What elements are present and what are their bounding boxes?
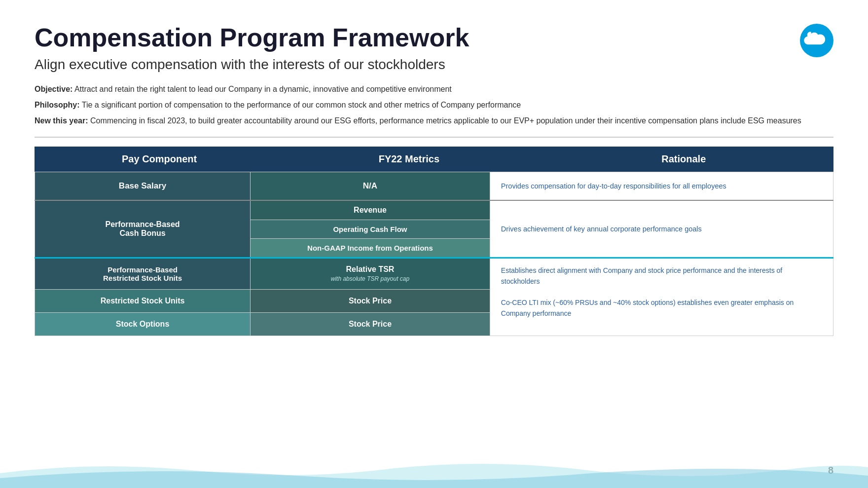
header-section: Compensation Program Framework Align exe… bbox=[35, 24, 833, 127]
bottom-decoration bbox=[0, 458, 868, 488]
table-body: Base Salary N/A Provides compensation fo… bbox=[35, 172, 833, 336]
philosophy-text: Tie a significant portion of compensatio… bbox=[80, 101, 521, 109]
page-container: Compensation Program Framework Align exe… bbox=[0, 0, 868, 488]
col-header-rationale: Rationale bbox=[534, 147, 834, 172]
philosophy-paragraph: Philosophy: Tie a significant portion of… bbox=[35, 99, 833, 111]
pay-prsu: Performance-BasedRestricted Stock Units bbox=[35, 258, 251, 290]
rationale-lti: Establishes direct alignment with Compan… bbox=[490, 258, 833, 336]
pay-base-salary: Base Salary bbox=[35, 172, 251, 201]
rationale-base-salary: Provides compensation for day-to-day res… bbox=[490, 172, 833, 201]
tsr-subtitle: with absolute TSR payout cap bbox=[331, 275, 409, 282]
section-divider bbox=[35, 137, 833, 138]
new-year-text: Commencing in fiscal 2023, to build grea… bbox=[88, 116, 801, 125]
row-base-salary: Base Salary N/A Provides compensation fo… bbox=[35, 172, 833, 201]
objective-text: Attract and retain the right talent to l… bbox=[72, 85, 451, 93]
compensation-table: Pay Component FY22 Metrics Rationale Bas… bbox=[35, 147, 833, 336]
col-header-metrics: FY22 Metrics bbox=[284, 147, 534, 172]
row-prsu: Performance-BasedRestricted Stock Units … bbox=[35, 258, 833, 290]
metric-na: N/A bbox=[251, 172, 490, 201]
metric-relative-tsr: Relative TSRwith absolute TSR payout cap bbox=[251, 258, 490, 290]
col-header-pay: Pay Component bbox=[35, 147, 284, 172]
salesforce-logo bbox=[800, 24, 833, 57]
page-subtitle: Align executive compensation with the in… bbox=[35, 57, 833, 73]
row-cash-bonus: Performance-BasedCash Bonus Revenue Driv… bbox=[35, 200, 833, 220]
page-title: Compensation Program Framework bbox=[35, 24, 833, 52]
pay-rsu: Restricted Stock Units bbox=[35, 290, 251, 313]
philosophy-label: Philosophy: bbox=[35, 101, 80, 109]
metric-stock-price-rsu: Stock Price bbox=[251, 290, 490, 313]
metric-stock-price-options: Stock Price bbox=[251, 313, 490, 336]
pay-stock-options: Stock Options bbox=[35, 313, 251, 336]
metric-cash-flow: Operating Cash Flow bbox=[251, 220, 490, 239]
table-header-row: Pay Component FY22 Metrics Rationale bbox=[35, 147, 833, 172]
new-year-paragraph: New this year: Commencing in fiscal 2023… bbox=[35, 115, 833, 127]
pay-cash-bonus: Performance-BasedCash Bonus bbox=[35, 200, 251, 258]
metric-revenue: Revenue bbox=[251, 200, 490, 220]
new-year-label: New this year: bbox=[35, 116, 88, 125]
rationale-cash-bonus: Drives achievement of key annual corpora… bbox=[490, 200, 833, 258]
metric-non-gaap: Non-GAAP Income from Operations bbox=[251, 239, 490, 258]
objective-paragraph: Objective: Attract and retain the right … bbox=[35, 83, 833, 95]
objective-label: Objective: bbox=[35, 85, 72, 93]
salesforce-cloud-icon bbox=[800, 24, 833, 57]
